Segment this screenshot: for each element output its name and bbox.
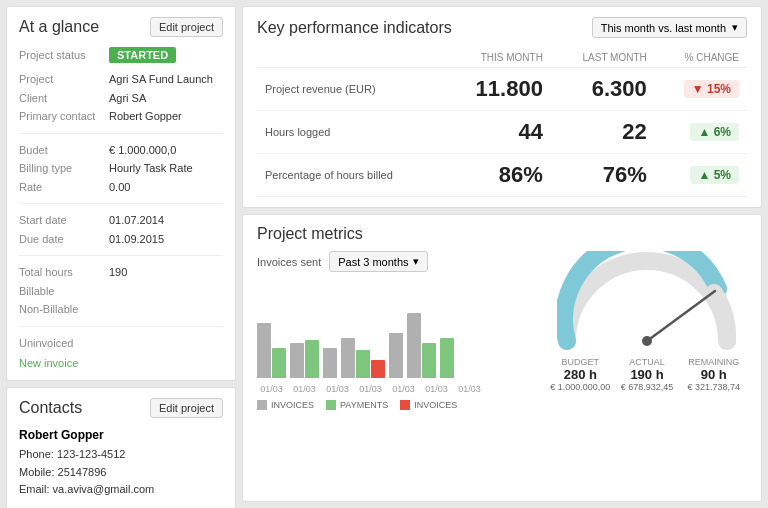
- chart-area: Invoices sent Past 3 months ▾ 01/0301/03…: [257, 251, 533, 410]
- period-select[interactable]: This month vs. last month ▾: [592, 17, 747, 38]
- gauge-budget: BUDGET 280 h € 1.000.000,00: [547, 357, 614, 392]
- gauge-svg: [557, 251, 737, 351]
- svg-line-0: [647, 291, 715, 341]
- invoices-sent-label: Invoices sent: [257, 256, 321, 268]
- contacts-edit-button[interactable]: Edit project: [150, 398, 223, 418]
- gauge-remaining-label: REMAINING: [680, 357, 747, 367]
- left-panel: At a glance Edit project Project status …: [6, 6, 236, 502]
- kpi-row: Hours logged 44 22 ▲ 6%: [257, 111, 747, 154]
- legend-item: INVOICES: [400, 400, 457, 410]
- project-status-label: Project status: [19, 49, 109, 61]
- at-a-glance-title: At a glance: [19, 18, 99, 36]
- bar-group: [440, 338, 454, 378]
- bar-gray: [290, 343, 304, 378]
- bar-green: [272, 348, 286, 378]
- kpi-title: Key performance indicators: [257, 19, 452, 37]
- edit-project-button[interactable]: Edit project: [150, 17, 223, 37]
- bar-gray: [407, 313, 421, 378]
- chart-label: 01/03: [356, 384, 385, 394]
- due-date-label: Due date: [19, 231, 109, 248]
- contact-email: Email: va.aviva@gmail.com: [19, 481, 223, 499]
- period-dropdown-chevron-icon: ▾: [413, 255, 419, 268]
- billing-label: Billing type: [19, 160, 109, 177]
- period-dropdown-button[interactable]: Past 3 months ▾: [329, 251, 427, 272]
- kpi-row-this-month: 44: [443, 111, 551, 154]
- contacts-title: Contacts: [19, 399, 82, 417]
- bar-gray: [323, 348, 337, 378]
- contact-value: Robert Gopper: [109, 108, 182, 125]
- metrics-card: Project metrics Invoices sent Past 3 mon…: [242, 214, 762, 502]
- bar-red: [371, 360, 385, 378]
- start-date-row: Start date 01.07.2014: [19, 212, 223, 229]
- client-label: Client: [19, 90, 109, 107]
- kpi-col-metric: [257, 48, 443, 68]
- change-badge: ▼ 15%: [684, 80, 739, 98]
- gauge-actual-hours: 190 h: [614, 367, 681, 382]
- bar-chart: [257, 278, 533, 378]
- start-date-label: Start date: [19, 212, 109, 229]
- change-badge: ▲ 5%: [690, 166, 739, 184]
- contact-mobile: Mobile: 25147896: [19, 464, 223, 482]
- kpi-row: Project revenue (EUR) 11.800 6.300 ▼ 15%: [257, 68, 747, 111]
- period-dropdown-label: Past 3 months: [338, 256, 408, 268]
- chart-label: 01/03: [257, 384, 286, 394]
- legend-color-box: [326, 400, 336, 410]
- gauge-budget-hours: 280 h: [547, 367, 614, 382]
- client-value: Agri SA: [109, 90, 146, 107]
- project-value: Agri SA Fund Launch: [109, 71, 213, 88]
- legend-item: INVOICES: [257, 400, 314, 410]
- bar-group: [341, 338, 385, 378]
- chart-label: 01/03: [389, 384, 418, 394]
- rate-row: Rate 0.00: [19, 179, 223, 196]
- legend-color-box: [400, 400, 410, 410]
- kpi-row-label: Percentage of hours billed: [257, 154, 443, 197]
- contact-phone: Phone: 123-123-4512: [19, 446, 223, 464]
- kpi-row-change: ▲ 5%: [655, 154, 747, 197]
- contact-name: Robert Gopper: [19, 428, 223, 442]
- project-status-row: Project status STARTED: [19, 47, 223, 63]
- kpi-row-this-month: 86%: [443, 154, 551, 197]
- period-dropdown-icon: ▾: [732, 21, 738, 34]
- period-label: This month vs. last month: [601, 22, 726, 34]
- kpi-col-pct-change: % CHANGE: [655, 48, 747, 68]
- nonbillable-label: Non-Billable: [19, 301, 109, 318]
- billable-row: Billable: [19, 283, 223, 300]
- billing-row: Billing type Hourly Task Rate: [19, 160, 223, 177]
- contacts-header: Contacts Edit project: [19, 398, 223, 418]
- gauge-area: BUDGET 280 h € 1.000.000,00 ACTUAL 190 h…: [547, 251, 747, 410]
- new-invoice-link[interactable]: New invoice: [19, 357, 78, 369]
- gauge-container: [557, 251, 737, 351]
- bar-group: [257, 323, 286, 378]
- bar-green: [356, 350, 370, 378]
- kpi-row-label: Project revenue (EUR): [257, 68, 443, 111]
- kpi-col-this-month: THIS MONTH: [443, 48, 551, 68]
- kpi-row-last-month: 22: [551, 111, 655, 154]
- kpi-row-change: ▼ 15%: [655, 68, 747, 111]
- status-badge: STARTED: [109, 47, 176, 63]
- legend-color-box: [257, 400, 267, 410]
- gauge-actual: ACTUAL 190 h € 678.932,45: [614, 357, 681, 392]
- client-row: Client Agri SA: [19, 90, 223, 107]
- kpi-col-last-month: LAST MONTH: [551, 48, 655, 68]
- due-date-value: 01.09.2015: [109, 231, 164, 248]
- metrics-body: Invoices sent Past 3 months ▾ 01/0301/03…: [257, 251, 747, 410]
- rate-label: Rate: [19, 179, 109, 196]
- gauge-actual-money: € 678.932,45: [614, 382, 681, 392]
- contacts-card: Contacts Edit project Robert Gopper Phon…: [6, 387, 236, 508]
- svg-point-1: [642, 336, 652, 346]
- contact-row: Primary contact Robert Gopper: [19, 108, 223, 125]
- kpi-row-label: Hours logged: [257, 111, 443, 154]
- legend-label: INVOICES: [271, 400, 314, 410]
- kpi-row-last-month: 76%: [551, 154, 655, 197]
- gauge-remaining: REMAINING 90 h € 321.738,74: [680, 357, 747, 392]
- right-panel: Key performance indicators This month vs…: [242, 6, 762, 502]
- chart-label: 01/03: [323, 384, 352, 394]
- kpi-row-change: ▲ 6%: [655, 111, 747, 154]
- total-hours-row: Total hours 190: [19, 264, 223, 281]
- at-a-glance-card: At a glance Edit project Project status …: [6, 6, 236, 381]
- bar-gray: [389, 333, 403, 378]
- contact-label: Primary contact: [19, 108, 109, 125]
- kpi-row-this-month: 11.800: [443, 68, 551, 111]
- change-badge: ▲ 6%: [690, 123, 739, 141]
- gauge-remaining-hours: 90 h: [680, 367, 747, 382]
